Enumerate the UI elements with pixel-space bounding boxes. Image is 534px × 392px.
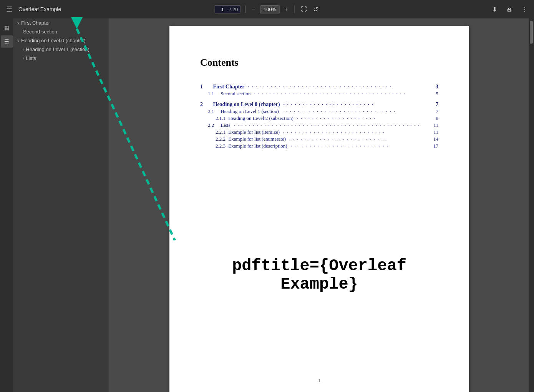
download-button[interactable]: ⬇ bbox=[491, 4, 499, 15]
toc-page: 14 bbox=[431, 136, 438, 142]
toggle-heading0-icon: ∨ bbox=[17, 38, 20, 43]
toc-entry-2: 2 Heading on Level 0 (chapter) · · · · ·… bbox=[200, 101, 438, 108]
thumbnail-icon: ▦ bbox=[4, 25, 9, 31]
zoom-out-button[interactable]: − bbox=[250, 5, 257, 13]
sidebar-item-heading-level1[interactable]: › Heading on Level 1 (section) bbox=[14, 45, 109, 54]
toc-dots: · · · · · · · · · · · · · · · · · · · · … bbox=[287, 136, 429, 142]
topbar-center: / 20 − 100% + ⛶ ↺ bbox=[214, 4, 319, 15]
toc-page: 17 bbox=[431, 143, 438, 149]
toc-page: 7 bbox=[431, 108, 438, 115]
page-separator: / bbox=[229, 7, 231, 12]
toc-num: 2.1 bbox=[208, 108, 219, 115]
main-area: ▦ ☰ ∨ First Chapter Second section ∨ Hea… bbox=[0, 18, 534, 392]
toc-dots: · · · · · · · · · · · · · · · · · · · · … bbox=[295, 116, 429, 121]
toggle-lists-icon: › bbox=[23, 56, 24, 60]
toc-num: 2.2.3 bbox=[216, 143, 227, 149]
toc-entry-1-1: 1.1 Second section · · · · · · · · · · ·… bbox=[200, 91, 438, 97]
toc-page: 7 bbox=[431, 101, 438, 108]
sidebar-item-label: Lists bbox=[26, 55, 36, 61]
sidebar-item-label: Heading on Level 0 (chapter) bbox=[21, 38, 86, 43]
toggle-heading1-icon: › bbox=[23, 47, 24, 51]
toc-dots: · · · · · · · · · · · · · · · · · · · · … bbox=[232, 123, 429, 128]
scroll-track[interactable] bbox=[529, 18, 534, 392]
toc-container: 1 First Chapter · · · · · · · · · · · · … bbox=[200, 84, 438, 149]
toc-dots: · · · · · · · · · · · · · · · · · · · · … bbox=[281, 130, 429, 135]
toc-entry-2-2.2: 2.2.2 Example for list (enumerate) · · ·… bbox=[200, 136, 438, 142]
fit-page-button[interactable]: ⛶ bbox=[299, 4, 308, 14]
toc-entry-1: 1 First Chapter · · · · · · · · · · · · … bbox=[200, 84, 438, 90]
icon-bar: ▦ ☰ bbox=[0, 18, 14, 392]
print-button[interactable]: 🖨 bbox=[505, 4, 514, 14]
sidebar: ∨ First Chapter Second section ∨ Heading… bbox=[14, 18, 110, 392]
toc-dots: · · · · · · · · · · · · · · · · · · · · … bbox=[289, 143, 429, 149]
toc-entry-2-1.1: 2.1.1 Heading on Level 2 (subsection) · … bbox=[200, 115, 438, 121]
history-icon: ↺ bbox=[313, 6, 318, 13]
toc-label: Second section bbox=[219, 91, 251, 97]
toc-page: 11 bbox=[431, 129, 438, 135]
more-options-icon: ⋮ bbox=[522, 6, 528, 13]
toc-label: Heading on Level 1 (section) bbox=[219, 108, 279, 115]
page-current-input[interactable] bbox=[217, 7, 228, 12]
scroll-thumb[interactable] bbox=[530, 21, 533, 44]
divider-2 bbox=[294, 5, 295, 13]
pdf-watermark: pdftitle={Overleaf Example} bbox=[200, 257, 438, 294]
toc-label: Example for list (itemize) bbox=[227, 129, 280, 135]
toc-page: 11 bbox=[431, 122, 438, 128]
toggle-first-chapter-icon: ∨ bbox=[17, 21, 20, 25]
history-button[interactable]: ↺ bbox=[312, 4, 320, 15]
sidebar-item-label: First Chapter bbox=[21, 20, 50, 26]
toc-entry-2-2: 2.2 Lists · · · · · · · · · · · · · · · … bbox=[200, 122, 438, 128]
pdf-contents-title: Contents bbox=[200, 57, 438, 68]
zoom-in-button[interactable]: + bbox=[283, 5, 289, 13]
toc-page: 8 bbox=[431, 115, 438, 121]
menu-button[interactable]: ☰ bbox=[5, 3, 14, 15]
sidebar-item-second-section[interactable]: Second section bbox=[14, 27, 109, 36]
toc-dots: · · · · · · · · · · · · · · · · · · · · … bbox=[252, 91, 429, 97]
toc-entry-2-1: 2.1 Heading on Level 1 (section) · · · ·… bbox=[200, 108, 438, 115]
page-total: 20 bbox=[232, 7, 238, 12]
toc-label: Example for list (enumerate) bbox=[227, 136, 286, 142]
download-icon: ⬇ bbox=[492, 6, 497, 13]
pdf-area[interactable]: Contents 1 First Chapter · · · · · · · ·… bbox=[110, 18, 529, 392]
page-input-group: / 20 bbox=[214, 5, 240, 13]
toc-num: 2.2.1 bbox=[216, 129, 227, 135]
sidebar-item-heading-level0[interactable]: ∨ Heading on Level 0 (chapter) bbox=[14, 36, 109, 45]
toc-dots: · · · · · · · · · · · · · · · · · · · · … bbox=[282, 102, 429, 108]
zoom-value: 100% bbox=[260, 5, 280, 13]
hamburger-icon: ☰ bbox=[6, 5, 12, 13]
toc-label: Example for list (description) bbox=[227, 143, 287, 149]
toc-page: 3 bbox=[431, 84, 438, 90]
toc-label: First Chapter bbox=[212, 84, 245, 90]
more-options-button[interactable]: ⋮ bbox=[520, 4, 529, 15]
toc-label: Heading on Level 2 (subsection) bbox=[227, 115, 294, 121]
app-title: Overleaf Example bbox=[18, 6, 61, 12]
toc-entry-2-2.1: 2.2.1 Example for list (itemize) · · · ·… bbox=[200, 129, 438, 135]
outline-icon: ☰ bbox=[4, 38, 9, 45]
toc-label: Lists bbox=[219, 122, 231, 128]
sidebar-item-lists[interactable]: › Lists bbox=[14, 54, 109, 63]
sidebar-item-label: Second section bbox=[23, 29, 57, 35]
toc-num: 2.1.1 bbox=[216, 115, 227, 121]
toc-dots: · · · · · · · · · · · · · · · · · · · · … bbox=[280, 109, 429, 115]
fit-page-icon: ⛶ bbox=[301, 6, 307, 13]
toc-num: 2.2.2 bbox=[216, 136, 227, 142]
toc-num: 2.2 bbox=[208, 122, 219, 128]
toc-entry-2-2.3: 2.2.3 Example for list (description) · ·… bbox=[200, 143, 438, 149]
sidebar-item-label: Heading on Level 1 (section) bbox=[26, 47, 90, 52]
pdf-page: Contents 1 First Chapter · · · · · · · ·… bbox=[169, 26, 469, 392]
thumbnail-view-button[interactable]: ▦ bbox=[1, 22, 13, 34]
divider-1 bbox=[245, 5, 246, 13]
toc-page: 5 bbox=[431, 91, 438, 97]
pdf-page-number: 1 bbox=[318, 378, 320, 384]
print-icon: 🖨 bbox=[506, 6, 512, 13]
toc-num: 1.1 bbox=[208, 91, 219, 97]
toc-label: Heading on Level 0 (chapter) bbox=[212, 101, 280, 108]
toc-dots: · · · · · · · · · · · · · · · · · · · · … bbox=[246, 84, 429, 90]
sidebar-item-first-chapter[interactable]: ∨ First Chapter bbox=[14, 18, 109, 27]
toc-num: 1 bbox=[200, 84, 212, 90]
toc-num: 2 bbox=[200, 101, 212, 108]
topbar: ☰ Overleaf Example / 20 − 100% + ⛶ ↺ ⬇ 🖨… bbox=[0, 0, 534, 18]
outline-view-button[interactable]: ☰ bbox=[1, 35, 13, 48]
